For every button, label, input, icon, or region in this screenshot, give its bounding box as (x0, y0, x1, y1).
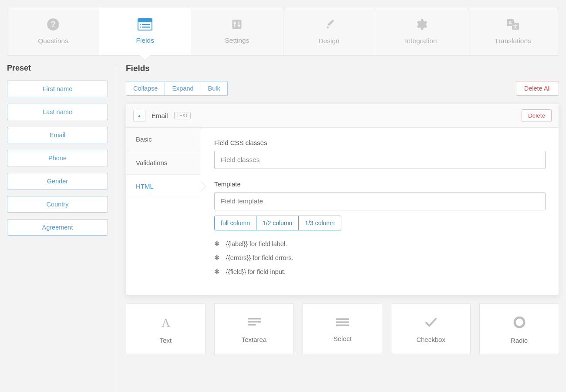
svg-rect-20 (248, 324, 256, 326)
field-type-checkbox[interactable]: Checkbox (391, 303, 471, 355)
svg-rect-21 (336, 318, 349, 320)
css-classes-label: Field CSS classes (214, 139, 546, 146)
tab-label: Translations (495, 37, 531, 45)
svg-rect-5 (142, 24, 150, 25)
template-input[interactable] (214, 192, 546, 210)
preset-sidebar: Preset First name Last name Email Phone … (7, 64, 117, 242)
preset-country[interactable]: Country (7, 196, 108, 213)
question-icon: ? (47, 18, 60, 31)
preset-email[interactable]: Email (7, 127, 108, 143)
preset-first-name[interactable]: First name (7, 81, 108, 97)
half-column-button[interactable]: 1/2 column (256, 216, 299, 230)
asterisk-icon: ✱ (214, 268, 220, 276)
svg-text:A: A (162, 316, 170, 329)
sliders-icon (231, 18, 243, 30)
tab-label: Fields (136, 37, 154, 44)
text-icon: A (159, 316, 172, 329)
sub-tab-html[interactable]: HTML (126, 175, 201, 198)
delete-all-button[interactable]: Delete All (516, 81, 559, 96)
template-hints: ✱{{label}} for field label. ✱{{errors}} … (214, 240, 546, 276)
html-pane: Field CSS classes Template full column 1… (201, 128, 559, 295)
form-fields-icon (138, 18, 152, 30)
svg-text:?: ? (51, 20, 55, 29)
svg-rect-23 (336, 324, 349, 326)
sidebar-title: Preset (7, 64, 108, 73)
svg-rect-7 (142, 27, 150, 28)
tab-questions[interactable]: ? Questions (7, 8, 99, 55)
tile-label: Text (160, 337, 172, 344)
svg-rect-11 (234, 22, 236, 24)
svg-rect-9 (235, 21, 236, 27)
asterisk-icon: ✱ (214, 254, 220, 262)
svg-rect-3 (138, 19, 152, 22)
check-icon (424, 317, 438, 328)
css-classes-input[interactable] (214, 151, 546, 169)
field-type-text[interactable]: A Text (126, 303, 206, 355)
full-column-button[interactable]: full column (214, 216, 256, 230)
bulk-button[interactable]: Bulk (201, 81, 228, 96)
fields-toolbar: Collapse Expand Bulk Delete All (126, 81, 559, 96)
svg-rect-6 (140, 27, 141, 28)
field-type-textarea[interactable]: Textarea (214, 303, 294, 355)
radio-icon (513, 316, 526, 329)
svg-rect-22 (336, 321, 349, 323)
tab-translations[interactable]: A 文 Translations (467, 8, 559, 55)
page-title: Fields (126, 64, 559, 73)
svg-rect-19 (248, 321, 261, 323)
field-card: ▲ Email TEXT Delete Basic Validations HT… (126, 104, 559, 295)
tile-label: Textarea (242, 336, 267, 343)
tab-label: Design (318, 37, 339, 45)
field-sub-tabs: Basic Validations HTML (126, 128, 201, 295)
tab-design[interactable]: Design (283, 8, 375, 55)
field-type-tiles: A Text Textarea (126, 303, 559, 355)
translate-icon: A 文 (506, 18, 520, 31)
tab-label: Settings (225, 37, 249, 44)
select-icon (335, 318, 350, 327)
collapse-field-button[interactable]: ▲ (133, 110, 145, 122)
column-width-group: full column 1/2 column 1/3 column (214, 216, 341, 230)
tab-integration[interactable]: Integration (375, 8, 467, 55)
hint-text: {{field}} for field input. (226, 268, 286, 275)
svg-rect-8 (232, 20, 242, 29)
svg-point-24 (515, 318, 524, 327)
svg-text:A: A (509, 20, 512, 25)
tab-label: Questions (38, 37, 68, 45)
asterisk-icon: ✱ (214, 240, 220, 248)
collapse-button[interactable]: Collapse (126, 81, 165, 96)
field-type-badge: TEXT (174, 112, 191, 119)
tile-label: Checkbox (416, 336, 445, 343)
third-column-button[interactable]: 1/3 column (299, 216, 341, 230)
sub-tab-basic[interactable]: Basic (126, 128, 201, 151)
field-name: Email (152, 112, 168, 119)
svg-rect-12 (238, 25, 240, 26)
tab-label: Integration (405, 37, 437, 45)
template-label: Template (214, 180, 546, 188)
svg-text:文: 文 (513, 24, 518, 29)
brush-icon (323, 18, 336, 31)
field-type-select[interactable]: Select (303, 303, 382, 355)
content-pane: Fields Collapse Expand Bulk Delete All ▲… (117, 64, 559, 392)
field-header: ▲ Email TEXT Delete (126, 104, 559, 128)
svg-rect-4 (140, 24, 141, 25)
preset-last-name[interactable]: Last name (7, 104, 108, 120)
tile-label: Select (334, 335, 352, 342)
tab-settings[interactable]: Settings (191, 8, 283, 55)
preset-agreement[interactable]: Agreement (7, 219, 108, 236)
svg-rect-10 (239, 21, 239, 27)
tab-fields[interactable]: Fields (99, 8, 191, 55)
svg-rect-18 (248, 318, 261, 320)
hint-text: {{label}} for field label. (226, 240, 287, 247)
preset-phone[interactable]: Phone (7, 150, 108, 166)
tile-label: Radio (511, 337, 528, 344)
sub-tab-validations[interactable]: Validations (126, 151, 201, 175)
top-tab-bar: ? Questions Fields Settings (7, 8, 559, 56)
expand-button[interactable]: Expand (165, 81, 201, 96)
preset-gender[interactable]: Gender (7, 173, 108, 189)
field-type-radio[interactable]: Radio (479, 303, 559, 355)
delete-field-button[interactable]: Delete (522, 109, 552, 122)
view-button-group: Collapse Expand Bulk (126, 81, 228, 96)
gear-icon (414, 18, 428, 31)
textarea-icon (247, 317, 262, 328)
hint-text: {{errors}} for field errors. (226, 254, 293, 261)
